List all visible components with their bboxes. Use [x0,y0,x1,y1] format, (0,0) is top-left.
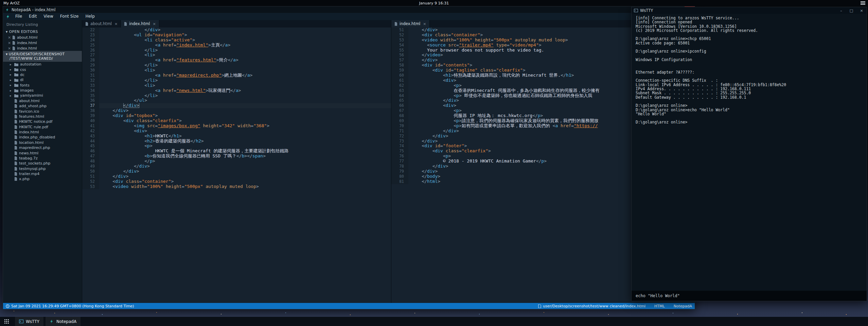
code-line-51[interactable]: 51 </div> [82,174,391,179]
code-line-28[interactable]: 28 <a href="features.html">簡介</a> [82,58,391,63]
line-number: 54 [391,43,408,48]
tree-folder-images[interactable]: ▸images [3,88,82,93]
code-line-47[interactable]: 47 <b>你知道我們全線伺服器已轉用 SSD 了嗎？</b></span> [82,154,391,159]
tree-file-index.html[interactable]: index.html [3,130,82,135]
tab-about.html[interactable]: about.html× [82,20,121,27]
tree-file-about.html[interactable]: about.html [3,98,82,103]
terminal-input[interactable]: echo "Hello World" [632,291,867,301]
close-icon[interactable]: × [114,22,118,26]
tree-file-index.php_disabled[interactable]: index.php_disabled [3,135,82,140]
statusbar-filepath[interactable]: user/Desktop/screenshot/test/www cleaned… [538,304,645,308]
code-line-50[interactable]: 50 </div> [82,169,391,174]
taskbar-item-notepada[interactable]: NotepadA [46,317,81,326]
code-line-22[interactable]: 22 </div> [82,27,391,33]
line-number: 51 [391,27,408,33]
code-line-46[interactable]: 46 HKWTC 是一個 Minecraft 的建築伺服器，主要建築計劃包括鐵路 [82,149,391,154]
tree-folder-dl[interactable]: ▸dl [3,77,82,82]
menu-font-size[interactable]: Font Size [57,13,82,20]
menu-view[interactable]: View [40,13,56,20]
code-line-35[interactable]: 35 </li> [82,93,391,98]
code-line-31[interactable]: 31 <a href="mapredirect.php">網上地圖</a> [82,73,391,78]
code-editor-left[interactable]: 22 </div>23 <ul id="navigation">24 <li c… [82,27,391,303]
terminal-output[interactable]: [info] Connecting to arozos WsTTY servic… [632,14,867,291]
tree-file-trailer.mp4[interactable]: trailer.mp4 [3,171,82,176]
tree-folder-dc[interactable]: ▸dc [3,72,82,77]
code-line-34[interactable]: 34 <a href="news.html">玩家傳送門</a> [82,88,391,93]
tree-file-teabag.7z[interactable]: teabag.7z [3,156,82,161]
code-line-53[interactable]: 53 <video width="100%" height="500px" au… [82,184,391,189]
file-icon [14,135,17,139]
close-icon[interactable]: × [153,22,156,26]
code-line-38[interactable]: 38 </div> [82,108,391,113]
tab-index.html[interactable]: index.html× [121,20,159,27]
notepada-titlebar[interactable]: NotepadA - index.html – □ × [3,6,695,13]
hamburger-menu-icon[interactable] [861,1,865,5]
code-line-41[interactable]: 41 <img src="images/box.png" height="342… [82,123,391,129]
code-line-27[interactable]: 27 <li> [82,53,391,58]
taskbar-item-wstty[interactable]: WsTTY [15,317,43,326]
line-number: 45 [82,143,99,149]
code-line-44[interactable]: 44 <h2>香港的建築伺服器</h2> [82,139,391,144]
code-line-43[interactable]: 43 <h1>HKWTC</h1> [82,134,391,139]
code-line-23[interactable]: 23 <ul id="navigation"> [82,33,391,38]
menu-help[interactable]: Help [82,13,98,20]
tree-file-x.php[interactable]: x.php [3,176,82,181]
code-line-39[interactable]: 39 <div id="topbox"> [82,113,391,118]
close-icon[interactable]: × [423,22,426,26]
tree-file-add_vhost.php[interactable]: add_vhost.php [3,103,82,109]
code-line-32[interactable]: 32 </li> [82,78,391,83]
tree-file-news.html[interactable]: news.html [3,150,82,155]
maximize-icon[interactable]: □ [846,7,856,14]
code-line-42[interactable]: 42 <div> [82,129,391,134]
tree-folder-fonts[interactable]: ▸fonts [3,83,82,88]
tree-file-test_sockets.php[interactable]: test_sockets.php [3,161,82,166]
code-line-25[interactable]: 25 <a href="index.html">主頁</a> [82,43,391,48]
close-icon[interactable]: × [8,46,11,51]
open-editors-list: ×about.html×index.html×index.html [3,35,82,51]
close-icon[interactable]: × [8,41,11,45]
tree-file-favicon.ico[interactable]: favicon.ico [3,109,82,114]
tree-file-testmysql.php[interactable]: testmysql.php [3,166,82,171]
tree-file-mapredirect.php[interactable]: mapredirect.php [3,145,82,150]
tree-file-HKWTC notice.pdf[interactable]: HKWTC notice.pdf [3,119,82,124]
menu-edit[interactable]: Edit [25,13,40,20]
workspace-root-item[interactable]: ▾USER/DESKTOP/SCREENSHOT /TEST/WWW CLEAN… [3,51,82,62]
code-line-24[interactable]: 24 <li class="active"> [82,38,391,43]
open-editors-section[interactable]: ▾ OPEN EDITORS [3,28,82,35]
code-line-30[interactable]: 30 <li> [82,68,391,73]
code-line-45[interactable]: 45 <p> [82,143,391,149]
tree-folder-autostation[interactable]: ▸autostation [3,62,82,67]
start-menu-icon[interactable] [0,317,13,326]
code-line-26[interactable]: 26 </li> [82,48,391,53]
statusbar-language[interactable]: HTML [654,304,665,308]
code-line-33[interactable]: 33 <li> [82,83,391,88]
terminal-line: D:\golang\aroz online>chcp 65001 [636,37,867,41]
code-line-40[interactable]: 40 <div class="clearfix"> [82,118,391,123]
tree-folder-css[interactable]: ▸css [3,67,82,72]
close-icon[interactable]: × [856,7,867,14]
tab-index.html[interactable]: index.html× [391,20,430,27]
minimize-icon[interactable]: – [836,7,846,14]
file-icon [394,22,397,26]
tree-file-features.html[interactable]: features.html [3,114,82,119]
line-number: 77 [391,159,408,164]
open-editor-item[interactable]: ×index.html [3,40,82,45]
wstty-titlebar[interactable]: WsTTY – □ × [632,7,867,14]
code-line-29[interactable]: 29 </li> [82,63,391,68]
system-top-bar: My ArOZ January 9 16:31 [0,0,868,6]
terminal-icon [19,319,23,324]
statusbar-appname[interactable]: NotepadA [674,304,692,308]
code-line-36[interactable]: 36 </ul> [82,98,391,103]
notepada-window: NotepadA - index.html – □ × FileEditView… [3,6,695,309]
close-icon[interactable]: × [8,35,11,40]
open-editor-item[interactable]: ×index.html [3,45,82,51]
tree-folder-yamlyamlmi[interactable]: ▸yamlyamlmi [3,93,82,98]
code-line-52[interactable]: 52 <div class="container"> [82,179,391,184]
open-editor-item[interactable]: ×about.html [3,35,82,40]
tree-file-HKWTC rule.pdf[interactable]: HKWTC rule.pdf [3,124,82,130]
code-line-49[interactable]: 49 </div> [82,164,391,169]
tree-file-location.html[interactable]: location.html [3,140,82,145]
code-line-48[interactable]: 48 </p> [82,159,391,164]
code-line-37[interactable]: 37 </div> [82,103,391,108]
menu-file[interactable]: File [12,13,25,20]
